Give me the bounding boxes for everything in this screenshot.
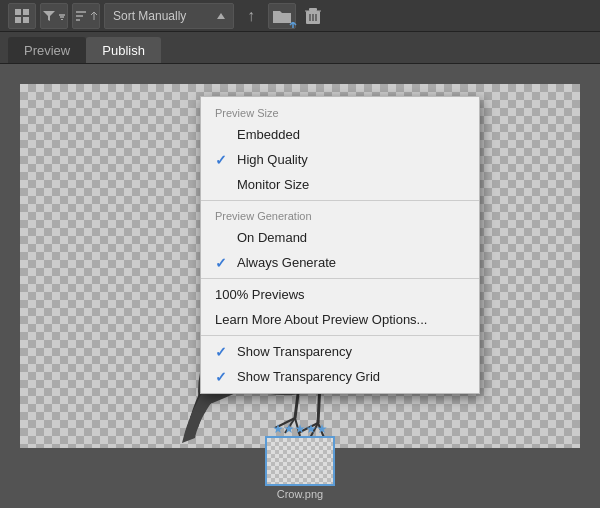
preview-size-label: Preview Size: [201, 101, 479, 122]
menu-item-always-generate[interactable]: ✓ Always Generate: [201, 250, 479, 275]
menu-item-show-grid[interactable]: ✓ Show Transparency Grid: [201, 364, 479, 389]
tabs-bar: Preview Publish: [0, 32, 600, 64]
menu-item-on-demand[interactable]: On Demand: [201, 225, 479, 250]
grid-view-icon[interactable]: [8, 3, 36, 29]
sort-icon[interactable]: [72, 3, 100, 29]
thumbnail-label: Crow.png: [277, 488, 323, 500]
preview-generation-label: Preview Generation: [201, 204, 479, 225]
star-3: [295, 424, 305, 434]
checkmark-always-generate: ✓: [215, 255, 227, 271]
checkmark-high-quality: ✓: [215, 152, 227, 168]
delete-button[interactable]: [300, 3, 326, 29]
toolbar: Sort Manually ↑: [0, 0, 600, 32]
star-2: [284, 424, 294, 434]
upload-button[interactable]: ↑: [238, 3, 264, 29]
sort-dropdown-label: Sort Manually: [113, 9, 211, 23]
checkmark-show-grid: ✓: [215, 369, 227, 385]
folder-icon[interactable]: [268, 3, 296, 29]
sort-dropdown[interactable]: Sort Manually: [104, 3, 234, 29]
tab-publish[interactable]: Publish: [86, 37, 161, 63]
thumbnail-image[interactable]: [265, 436, 335, 486]
menu-divider-1: [201, 200, 479, 201]
menu-item-embedded[interactable]: Embedded: [201, 122, 479, 147]
checkmark-show-transparency: ✓: [215, 344, 227, 360]
thumbnail-area: Crow.png: [265, 424, 335, 500]
star-5: [317, 424, 327, 434]
menu-item-high-quality[interactable]: ✓ High Quality: [201, 147, 479, 172]
sort-dropdown-arrow: [217, 13, 225, 19]
svg-rect-2: [15, 17, 21, 23]
dropdown-menu: Preview Size Embedded ✓ High Quality Mon…: [200, 96, 480, 394]
svg-rect-0: [15, 9, 21, 15]
svg-rect-3: [23, 17, 29, 23]
menu-item-show-transparency[interactable]: ✓ Show Transparency: [201, 339, 479, 364]
thumbnail-stars: [273, 424, 327, 434]
filter-icon[interactable]: [40, 3, 68, 29]
menu-item-monitor-size[interactable]: Monitor Size: [201, 172, 479, 197]
menu-item-100-previews[interactable]: 100% Previews: [201, 282, 479, 307]
menu-item-learn-more[interactable]: Learn More About Preview Options...: [201, 307, 479, 332]
star-1: [273, 424, 283, 434]
star-4: [306, 424, 316, 434]
tab-preview[interactable]: Preview: [8, 37, 86, 63]
svg-rect-1: [23, 9, 29, 15]
main-content: Preview Size Embedded ✓ High Quality Mon…: [0, 64, 600, 508]
menu-divider-2: [201, 278, 479, 279]
menu-divider-3: [201, 335, 479, 336]
